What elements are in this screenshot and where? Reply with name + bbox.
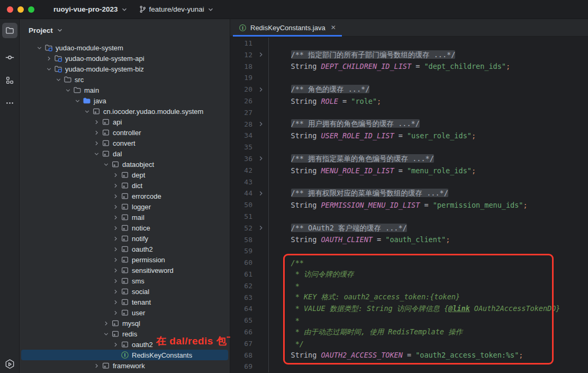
tree-row-src[interactable]: src <box>21 74 228 85</box>
tree-row-oauth2[interactable]: oauth2 <box>21 244 228 254</box>
fold-toggle-icon[interactable] <box>257 51 265 58</box>
code-line-63[interactable]: 63 * KEY 格式: oauth2_access_token:{token} <box>230 292 588 304</box>
code-line-68[interactable]: 68 String OAUTH2_ACCESS_TOKEN = "oauth2_… <box>230 350 588 361</box>
chevron-down-icon[interactable] <box>73 96 82 105</box>
chevron-right-icon[interactable] <box>111 266 120 274</box>
tree-row-dict[interactable]: dict <box>21 180 228 191</box>
chevron-right-icon[interactable] <box>111 202 120 211</box>
chevron-right-icon[interactable] <box>111 287 120 296</box>
structure-tool-button[interactable] <box>2 73 17 88</box>
code-line-26[interactable]: 26 String ROLE = "role"; <box>230 95 588 107</box>
chevron-right-icon[interactable] <box>111 181 120 190</box>
code-line-69[interactable]: 69 <box>230 361 588 372</box>
tree-row-user[interactable]: user <box>21 307 228 318</box>
folded-comment-placeholder[interactable]: /** 拥有权限对应的菜单编号数组的缓存 ...*/ <box>291 189 448 197</box>
code-line-12[interactable]: 12 /** 指定部门的所有子部门编号数组的缓存 ...*/ <box>230 49 588 61</box>
editor-tab-rediskeyconstants[interactable]: I RedisKeyConstants.java ✕ <box>233 19 342 36</box>
tree-row-yudao-module-system[interactable]: yudao-module-system <box>21 42 228 53</box>
code-line-60[interactable]: 60 /** <box>230 257 588 269</box>
chevron-right-icon[interactable] <box>111 277 120 285</box>
code-line-67[interactable]: 67 */ <box>230 338 588 350</box>
chevron-down-icon[interactable] <box>54 75 63 84</box>
project-switcher[interactable]: ruoyi-vue-pro-2023 <box>49 4 132 15</box>
code-line-52[interactable]: 52 /** OAuth2 客户端的缓存 ...*/ <box>230 223 588 234</box>
tree-row-framework[interactable]: framework <box>21 360 228 371</box>
code-line-28[interactable]: 28 /** 用户拥有的角色编号的缓存 ...*/ <box>230 119 588 130</box>
chevron-down-icon[interactable] <box>102 160 111 168</box>
chevron-right-icon[interactable] <box>111 234 120 243</box>
tree-row-rediskeyconstants[interactable]: IRedisKeyConstants <box>21 350 228 360</box>
fold-toggle-icon[interactable] <box>257 86 265 93</box>
fold-toggle-icon[interactable] <box>257 190 265 197</box>
chevron-down-icon[interactable] <box>35 43 44 52</box>
code-line-18[interactable]: 18 String DEPT_CHILDREN_ID_LIST = "dept_… <box>230 61 588 73</box>
tree-row-convert[interactable]: convert <box>21 138 228 148</box>
chevron-right-icon[interactable] <box>111 340 120 349</box>
tree-row-main[interactable]: main <box>21 85 228 95</box>
code-line-36[interactable]: 36 /** 拥有指定菜单的角色编号的缓存 ...*/ <box>230 153 588 165</box>
code-line-58[interactable]: 58 String OAUTH_CLIENT = "oauth_client"; <box>230 234 588 246</box>
fold-toggle-icon[interactable] <box>257 224 265 232</box>
chevron-down-icon[interactable] <box>92 149 101 158</box>
code-line-64[interactable]: 64 * VALUE 数据类型: String 访问令牌信息 {@link OA… <box>230 303 588 315</box>
code-line-20[interactable]: 20 /** 角色的缓存 ...*/ <box>230 84 588 95</box>
chevron-right-icon[interactable] <box>92 361 101 370</box>
chevron-down-icon[interactable] <box>44 65 53 73</box>
code-line-11[interactable]: 11 <box>230 38 588 49</box>
code-line-62[interactable]: 62 * <box>230 280 588 292</box>
project-panel-header[interactable]: Project <box>20 19 230 41</box>
code-line-35[interactable]: 35 <box>230 141 588 153</box>
chevron-right-icon[interactable] <box>92 128 101 137</box>
tree-row-api[interactable]: api <box>21 117 228 127</box>
tree-row-notice[interactable]: notice <box>21 223 228 233</box>
chevron-right-icon[interactable] <box>111 308 120 317</box>
tree-row-mysql[interactable]: mysql <box>21 318 228 328</box>
tree-row-tenant[interactable]: tenant <box>21 297 228 307</box>
folded-comment-placeholder[interactable]: /** 角色的缓存 ...*/ <box>291 85 370 93</box>
code-line-59[interactable]: 59 <box>230 245 588 257</box>
chevron-down-icon[interactable] <box>83 107 92 116</box>
branch-switcher[interactable]: feature/dev-yunai <box>134 4 219 15</box>
tree-row-dataobject[interactable]: dataobject <box>21 159 228 170</box>
chevron-right-icon[interactable] <box>111 298 120 306</box>
chevron-right-icon[interactable] <box>92 118 101 126</box>
chevron-right-icon[interactable] <box>111 245 120 253</box>
code-line-65[interactable]: 65 * <box>230 315 588 326</box>
close-window-button[interactable] <box>7 6 13 13</box>
tree-row-social[interactable]: social <box>21 286 228 297</box>
code-line-50[interactable]: 50 String PERMISSION_MENU_ID_LIST = "per… <box>230 199 588 211</box>
tree-row-dept[interactable]: dept <box>21 170 228 180</box>
tree-row-mail[interactable]: mail <box>21 212 228 223</box>
fold-toggle-icon[interactable] <box>257 120 265 128</box>
chevron-down-icon[interactable] <box>64 86 73 94</box>
code-line-34[interactable]: 34 String USER_ROLE_ID_LIST = "user_role… <box>230 130 588 141</box>
code-line-19[interactable]: 19 <box>230 72 588 84</box>
more-tools-button[interactable] <box>2 95 17 111</box>
tree-row-errorcode[interactable]: errorcode <box>21 191 228 201</box>
chevron-down-icon[interactable] <box>102 330 111 338</box>
close-tab-icon[interactable]: ✕ <box>329 24 336 31</box>
services-tool-button[interactable] <box>0 359 19 370</box>
tree-row-java[interactable]: java <box>21 95 228 106</box>
folded-comment-placeholder[interactable]: /** OAuth2 客户端的缓存 ...*/ <box>291 224 407 232</box>
folded-comment-placeholder[interactable]: /** 拥有指定菜单的角色编号的缓存 ...*/ <box>291 154 434 163</box>
tree-row-permission[interactable]: permission <box>21 254 228 265</box>
chevron-right-icon[interactable] <box>44 54 53 63</box>
tree-row-yudao-module-system-biz[interactable]: yudao-module-system-biz <box>21 64 228 74</box>
tree-row-sensitiveword[interactable]: sensitiveword <box>21 265 228 276</box>
chevron-right-icon[interactable] <box>102 319 111 327</box>
code-line-51[interactable]: 51 <box>230 211 588 223</box>
minimize-window-button[interactable] <box>17 6 24 13</box>
chevron-right-icon[interactable] <box>111 224 120 232</box>
chevron-right-icon[interactable] <box>111 192 120 200</box>
code-line-43[interactable]: 43 <box>230 176 588 188</box>
commit-tool-button[interactable] <box>2 50 17 65</box>
chevron-right-icon[interactable] <box>111 171 120 179</box>
fold-toggle-icon[interactable] <box>257 155 265 162</box>
folded-comment-placeholder[interactable]: /** 指定部门的所有子部门编号数组的缓存 ...*/ <box>291 50 456 59</box>
tree-row-logger[interactable]: logger <box>21 201 228 212</box>
chevron-right-icon[interactable] <box>92 139 101 147</box>
tree-row-notify[interactable]: notify <box>21 233 228 244</box>
tree-row-dal[interactable]: dal <box>21 148 228 159</box>
project-tool-button[interactable] <box>2 23 17 38</box>
